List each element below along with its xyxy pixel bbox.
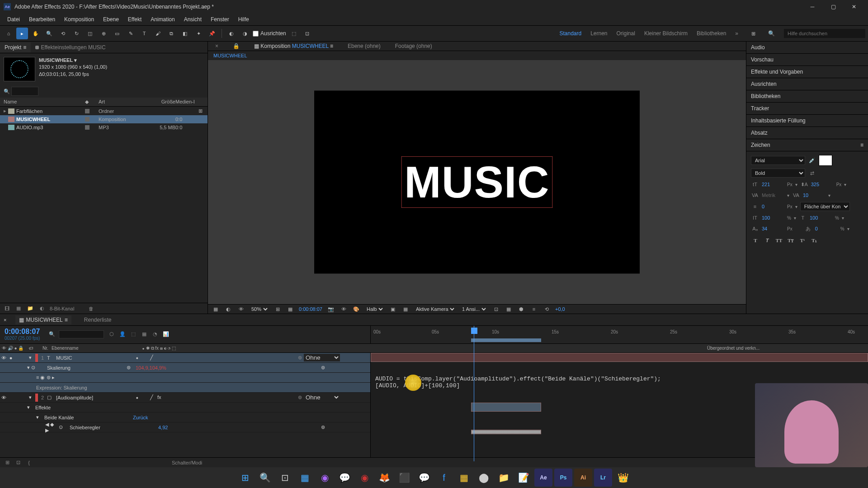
taskbar-facebook[interactable]: f: [435, 469, 453, 487]
taskbar-whatsapp[interactable]: 💬: [335, 469, 354, 487]
font-family-select[interactable]: Arial: [751, 156, 805, 165]
hand-tool-icon[interactable]: ✋: [30, 28, 42, 39]
task-view-icon[interactable]: ⊡: [276, 469, 294, 487]
taskbar-app-1[interactable]: ◉: [316, 469, 334, 487]
panel-ausrichten[interactable]: Ausrichten: [746, 78, 868, 90]
comp-tab-lock-icon[interactable]: 🔒: [229, 42, 243, 51]
comp-tab-close-icon[interactable]: ×: [212, 42, 222, 51]
zoom-tool-icon[interactable]: 🔍: [43, 28, 55, 39]
taskbar-app-5[interactable]: 👑: [614, 469, 632, 487]
alpha-icon[interactable]: ▦: [212, 305, 220, 313]
roto-tool-icon[interactable]: ✦: [193, 28, 204, 39]
home-icon[interactable]: ⌂: [3, 28, 14, 39]
workspace-standard[interactable]: Standard: [559, 30, 581, 37]
new-folder-icon[interactable]: 📁: [26, 305, 34, 313]
color-depth-icon[interactable]: ◐: [38, 305, 46, 313]
subscript-button[interactable]: T₁: [810, 236, 819, 244]
camera-tool-icon[interactable]: ◫: [84, 28, 96, 39]
hscale-value[interactable]: 100: [810, 215, 832, 221]
zoom-select[interactable]: 50%: [250, 306, 269, 312]
snap-options-icon[interactable]: ⬚: [288, 28, 300, 39]
menu-bearbeiten[interactable]: Bearbeiten: [24, 14, 60, 24]
comp-mini-flowchart-icon[interactable]: ⬡: [108, 330, 116, 338]
reset-link[interactable]: Zurück: [133, 415, 148, 420]
renderer-icon[interactable]: ⬢: [517, 305, 525, 313]
panel-vorschau[interactable]: Vorschau: [746, 54, 868, 66]
show-snapshot-icon[interactable]: 👁: [340, 305, 348, 313]
track-bar-audio[interactable]: [471, 403, 541, 412]
taskbar-app-explorer[interactable]: ▦: [296, 469, 314, 487]
layer-music[interactable]: 👁● ▾ 1 T MUSIC ⬥╱ ⊚ Ohne: [0, 353, 370, 363]
taskbar-app-4[interactable]: ▦: [455, 469, 473, 487]
playhead-icon[interactable]: [471, 328, 477, 334]
vscale-value[interactable]: 100: [762, 215, 784, 221]
shape-fill-icon[interactable]: ◐: [226, 28, 237, 39]
rect-tool-icon[interactable]: ▭: [111, 28, 123, 39]
taskbar-messenger[interactable]: 💬: [415, 469, 433, 487]
transparency-icon[interactable]: ▦: [401, 305, 410, 313]
tab-project[interactable]: Projekt ≡: [0, 42, 31, 52]
flowchart-icon[interactable]: ⟲: [542, 305, 551, 313]
timeline-icon[interactable]: ≡: [530, 305, 538, 313]
new-comp-icon[interactable]: ▦: [14, 305, 23, 313]
project-item-audio[interactable]: AUDIO.mp3 MP3 5,5 MB0:0: [0, 123, 208, 131]
tracking-value[interactable]: 10: [803, 192, 826, 198]
menu-effekt[interactable]: Effekt: [123, 14, 146, 24]
timeline-search-input[interactable]: [59, 330, 104, 338]
tab-footage[interactable]: Footage (ohne): [392, 42, 436, 51]
timeline-tab-render[interactable]: Renderliste: [80, 315, 115, 324]
minimize-button[interactable]: ─: [802, 0, 823, 14]
clone-tool-icon[interactable]: ⧉: [165, 28, 177, 39]
font-size-value[interactable]: 221: [762, 182, 784, 187]
taskbar-ae[interactable]: Ae: [534, 469, 552, 487]
start-button[interactable]: ⊞: [236, 469, 254, 487]
interpret-footage-icon[interactable]: 🎞: [3, 305, 11, 313]
faux-italic-button[interactable]: T: [763, 236, 772, 244]
panel-tracker[interactable]: Tracker: [746, 103, 868, 115]
tsume-value[interactable]: 0: [815, 226, 838, 231]
roi-icon[interactable]: ▣: [389, 305, 397, 313]
trash-icon[interactable]: 🗑: [87, 305, 95, 313]
graph-editor-icon[interactable]: 📊: [162, 330, 170, 338]
workspace-kleiner[interactable]: Kleiner Bildschirm: [644, 30, 688, 37]
panel-audio[interactable]: Audio: [746, 42, 868, 54]
pan-behind-tool-icon[interactable]: ⊕: [98, 28, 109, 39]
panel-absatz[interactable]: Absatz: [746, 127, 868, 139]
shy-icon[interactable]: ⬚: [129, 330, 137, 338]
menu-animation[interactable]: Animation: [146, 14, 179, 24]
timeline-tab-comp[interactable]: ▦ MUSICWHEEL ≡: [15, 315, 71, 324]
panel-bibliotheken[interactable]: Bibliotheken: [746, 90, 868, 103]
taskbar-ps[interactable]: Ps: [554, 469, 572, 487]
switches-modes-label[interactable]: Schalter/Modi: [172, 460, 202, 465]
timeline-timecode[interactable]: 0:00:08:07: [5, 328, 40, 336]
comp-breadcrumb[interactable]: MUSICWHEEL: [208, 51, 746, 60]
fill-color-swatch[interactable]: [819, 155, 832, 166]
scale-value[interactable]: 104,9,104,9%: [136, 365, 166, 371]
motion-blur-icon[interactable]: ◔: [151, 330, 159, 338]
prop-skalierung[interactable]: ▾ ⊙ Skalierung ⊚ 104,9,104,9% ⊚: [0, 363, 370, 373]
project-item-farbflaechen[interactable]: ▸ Farbflächen Ordner ⊞: [0, 107, 208, 115]
comp-thumbnail[interactable]: [4, 57, 35, 81]
menu-hilfe[interactable]: Hilfe: [234, 14, 254, 24]
expression-controls[interactable]: ≡ ◉ ⊚ ▸: [0, 373, 370, 383]
selection-tool-icon[interactable]: ▸: [16, 28, 28, 39]
prop-effekte[interactable]: ▾ Effekte: [0, 403, 370, 413]
taskbar-lr[interactable]: Lr: [594, 469, 612, 487]
taskbar-app-3[interactable]: ⬛: [395, 469, 413, 487]
panel-inhaltsbasierte[interactable]: Inhaltsbasierte Füllung: [746, 115, 868, 127]
menu-komposition[interactable]: Komposition: [60, 14, 99, 24]
layer-audioamplitude[interactable]: 👁 ▾ 2 ▢ [Audioamplitude] ⬥╱fx ⊚ Ohne: [0, 393, 370, 403]
eyedropper-icon[interactable]: 💉: [808, 156, 816, 164]
resolution-select[interactable]: Halb: [365, 306, 384, 312]
brush-tool-icon[interactable]: 🖌: [152, 28, 164, 39]
track-bar-music[interactable]: [371, 353, 868, 362]
frame-blend-icon[interactable]: ▦: [140, 330, 148, 338]
slider-value[interactable]: 4,92: [158, 425, 168, 430]
snapshot-icon[interactable]: 📷: [327, 305, 335, 313]
close-button[interactable]: ✕: [844, 0, 864, 14]
color-mgmt-icon[interactable]: 🎨: [352, 305, 360, 313]
snap-checkbox[interactable]: Ausrichten: [253, 30, 286, 37]
work-area-bar[interactable]: [471, 338, 541, 342]
project-search-input[interactable]: [11, 87, 38, 96]
toggle-modes-icon[interactable]: ⊡: [14, 459, 22, 466]
